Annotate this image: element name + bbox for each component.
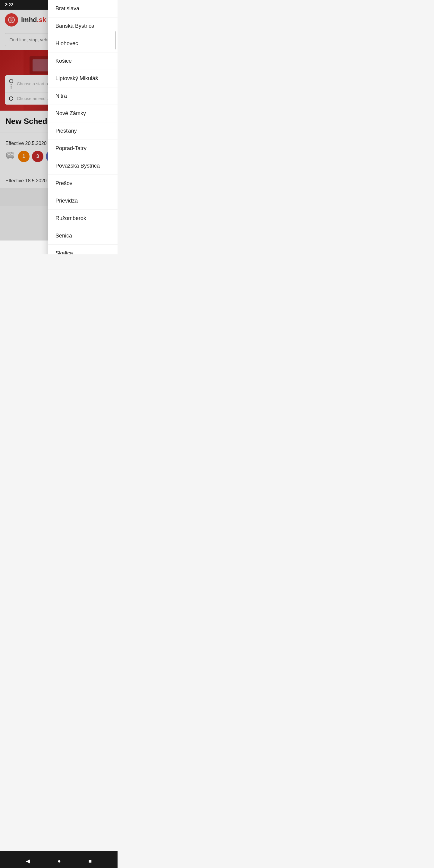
city-item-ruzomberok[interactable]: Ružomberok — [48, 210, 118, 227]
city-item-liptovsky-mikulas[interactable]: Liptovský Mikuláš — [48, 70, 118, 87]
city-dropdown-scroll[interactable]: Bratislava Banská Bystrica Hlohovec Koši… — [48, 0, 118, 254]
city-item-senica[interactable]: Senica — [48, 227, 118, 245]
city-item-bratislava[interactable]: Bratislava — [48, 0, 118, 18]
city-item-nitra[interactable]: Nitra — [48, 87, 118, 105]
city-item-nove-zamky[interactable]: Nové Zámky — [48, 105, 118, 122]
city-item-piestany[interactable]: Piešťany — [48, 122, 118, 140]
dim-overlay[interactable] — [0, 10, 48, 241]
city-dropdown: Bratislava Banská Bystrica Hlohovec Koši… — [48, 0, 118, 254]
city-item-poprad-tatry[interactable]: Poprad-Tatry — [48, 140, 118, 157]
scrollbar-thumb — [115, 31, 116, 50]
city-item-presov[interactable]: Prešov — [48, 175, 118, 192]
city-item-hlohovec[interactable]: Hlohovec — [48, 35, 118, 53]
city-item-povazska-bystrica[interactable]: Považská Bystrica — [48, 157, 118, 175]
city-item-skalica[interactable]: Skalica — [48, 245, 118, 254]
city-item-prievidza[interactable]: Prievidza — [48, 192, 118, 210]
city-item-banska-bystrica[interactable]: Banská Bystrica — [48, 18, 118, 35]
city-item-kosice[interactable]: Košice — [48, 53, 118, 70]
status-time: 2:22 — [5, 2, 13, 7]
